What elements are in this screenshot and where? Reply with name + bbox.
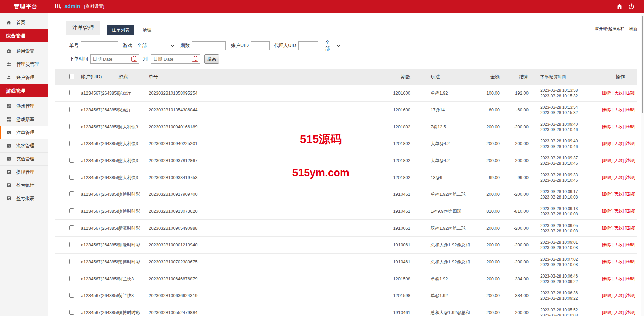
sidebar-section-5[interactable]: 游戏管理: [0, 84, 48, 97]
action-invalid[interactable]: [无效]: [614, 293, 624, 298]
action-violation[interactable]: [违规]: [625, 242, 635, 247]
action-delete[interactable]: [删除]: [602, 141, 613, 146]
action-delete[interactable]: [删除]: [602, 175, 613, 180]
sidebar-item-12[interactable]: 盈亏统计: [0, 179, 48, 192]
action-delete[interactable]: [删除]: [602, 259, 613, 264]
row-checkbox[interactable]: [69, 175, 74, 180]
agent-uid-input[interactable]: [298, 41, 318, 50]
sidebar-item-13[interactable]: 盈亏报表: [0, 192, 48, 205]
period-input[interactable]: [192, 41, 226, 50]
row-checkbox[interactable]: [69, 276, 74, 281]
tab-cleanup[interactable]: 清理: [138, 25, 156, 35]
action-delete[interactable]: [删除]: [602, 310, 613, 315]
action-invalid[interactable]: [无效]: [614, 310, 624, 315]
sidebar-item-8[interactable]: 注单管理: [0, 126, 48, 139]
action-violation[interactable]: [违规]: [625, 209, 635, 213]
sidebar-item-3[interactable]: 管理员管理: [0, 58, 48, 71]
date-from-field[interactable]: [90, 54, 139, 64]
action-violation[interactable]: [违规]: [625, 226, 635, 230]
action-invalid[interactable]: [无效]: [614, 209, 624, 213]
action-invalid[interactable]: [无效]: [614, 276, 624, 281]
home-icon[interactable]: [616, 3, 623, 10]
row-checkbox[interactable]: [69, 208, 74, 213]
action-violation[interactable]: [违规]: [625, 293, 635, 298]
action-violation[interactable]: [违规]: [625, 175, 635, 180]
action-violation[interactable]: [违规]: [625, 107, 635, 112]
action-delete[interactable]: [删除]: [602, 209, 613, 213]
action-invalid[interactable]: [无效]: [614, 175, 624, 180]
row-checkbox[interactable]: [69, 310, 74, 315]
action-violation[interactable]: [违规]: [625, 158, 635, 163]
action-invalid[interactable]: [无效]: [614, 259, 624, 264]
action-delete[interactable]: [删除]: [602, 242, 613, 247]
profile-settings-link[interactable]: [资料设置]: [84, 3, 104, 9]
action-violation[interactable]: [违规]: [625, 124, 635, 129]
sidebar-item-7[interactable]: 游戏赔率: [0, 113, 48, 126]
action-invalid[interactable]: [无效]: [614, 124, 624, 129]
action-violation[interactable]: [违规]: [625, 141, 635, 146]
action-delete[interactable]: [删除]: [602, 293, 613, 298]
row-checkbox[interactable]: [69, 90, 74, 95]
action-delete[interactable]: [删除]: [602, 158, 613, 163]
sidebar-item-11[interactable]: 提现管理: [0, 166, 48, 179]
search-button[interactable]: 搜索: [204, 54, 219, 64]
order-no-input[interactable]: [81, 41, 118, 50]
row-checkbox[interactable]: [69, 242, 74, 247]
cell-settle: -200.00: [500, 242, 529, 247]
calendar-icon[interactable]: [192, 57, 198, 62]
action-invalid[interactable]: [无效]: [614, 141, 624, 146]
sidebar-menu: 首页综合管理通用设置管理员管理账户管理游戏管理游戏管理游戏赔率注单管理流水管理充…: [0, 16, 48, 205]
row-checkbox[interactable]: [69, 293, 74, 298]
action-violation[interactable]: [违规]: [625, 276, 635, 281]
action-invalid[interactable]: [无效]: [614, 90, 624, 95]
sidebar-section-1[interactable]: 综合管理: [0, 29, 48, 42]
action-violation[interactable]: [违规]: [625, 192, 635, 196]
action-invalid[interactable]: [无效]: [614, 242, 624, 247]
action-delete[interactable]: [删除]: [602, 90, 613, 95]
logout-power-icon[interactable]: [628, 3, 635, 10]
cell-time: 2023-03-28 10:09:33 2023-03-28 10:10:46: [529, 172, 591, 183]
action-invalid[interactable]: [无效]: [614, 226, 624, 230]
action-invalid[interactable]: [无效]: [614, 158, 624, 163]
order-time: 2023-03-28 10:06:36: [540, 290, 591, 296]
action-violation[interactable]: [违规]: [625, 90, 635, 95]
cell-account: a1234567(2643858): [81, 192, 118, 197]
action-delete[interactable]: [删除]: [602, 226, 613, 230]
tab-order-list[interactable]: 注单列表: [107, 25, 134, 35]
row-checkbox[interactable]: [69, 259, 74, 264]
row-checkbox[interactable]: [69, 225, 74, 230]
action-invalid[interactable]: [无效]: [614, 107, 624, 112]
action-delete[interactable]: [删除]: [602, 124, 613, 129]
action-delete[interactable]: [删除]: [602, 192, 613, 196]
account-uid-input[interactable]: [251, 41, 270, 50]
game-select[interactable]: 全部: [134, 41, 177, 50]
select-all-checkbox[interactable]: [69, 74, 74, 79]
sidebar-item-4[interactable]: 账户管理: [0, 71, 48, 84]
row-checkbox[interactable]: [69, 158, 74, 163]
sidebar-item-9[interactable]: 流水管理: [0, 139, 48, 153]
vertical-scrollbar[interactable]: [641, 13, 644, 316]
toggle-search-link[interactable]: 展开/收起搜索栏: [595, 26, 624, 32]
scrollbar-thumb[interactable]: [642, 16, 643, 113]
row-checkbox[interactable]: [69, 107, 74, 112]
date-to-input[interactable]: [153, 57, 187, 62]
date-from-input[interactable]: [93, 57, 126, 62]
page-title-tab[interactable]: 注单管理: [66, 21, 100, 35]
row-checkbox[interactable]: [69, 191, 74, 196]
refresh-link[interactable]: 刷新: [629, 26, 637, 32]
action-delete[interactable]: [删除]: [602, 107, 613, 112]
calendar-icon[interactable]: [131, 57, 137, 62]
sidebar-item-10[interactable]: 充值管理: [0, 153, 48, 166]
action-invalid[interactable]: [无效]: [614, 192, 624, 196]
sidebar-item-6[interactable]: 游戏管理: [0, 100, 48, 113]
cell-amount: 200.00: [473, 259, 500, 264]
sidebar-item-2[interactable]: 通用设置: [0, 45, 48, 58]
row-checkbox[interactable]: [69, 141, 74, 146]
row-checkbox[interactable]: [69, 124, 74, 129]
action-violation[interactable]: [违规]: [625, 310, 635, 315]
date-to-field[interactable]: [151, 54, 200, 64]
sidebar-item-0[interactable]: 首页: [0, 16, 48, 29]
action-delete[interactable]: [删除]: [602, 276, 613, 281]
status-select[interactable]: 全部: [322, 41, 343, 50]
action-violation[interactable]: [违规]: [625, 259, 635, 264]
